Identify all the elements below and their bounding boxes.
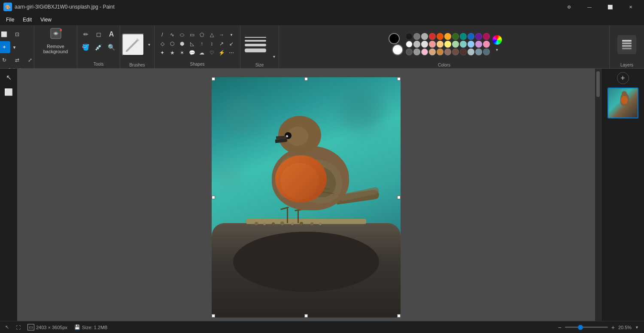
remove-background-button[interactable]: Remove background [39,28,73,53]
handle-mid-left[interactable] [212,196,215,199]
select-all-button[interactable]: ⬜ [0,28,10,40]
maximize-button[interactable]: ⬜ [600,0,620,14]
color-pink2[interactable] [421,48,428,55]
shape-pentagon[interactable]: ⬡ [168,39,176,48]
flip-button[interactable]: ⇄ [11,54,23,66]
close-button[interactable]: ✕ [621,0,641,14]
foreground-color[interactable] [389,33,400,44]
color-dgblue[interactable] [483,48,490,55]
color-white[interactable] [406,41,413,48]
shape-cloud[interactable]: ☁ [197,48,206,57]
color-orange[interactable] [437,33,444,40]
handle-bottom-center[interactable] [304,314,308,318]
color-vdgray[interactable] [406,48,413,55]
zoom-dropdown[interactable]: ▼ [635,325,639,330]
add-layer-button[interactable]: + [617,72,629,84]
color-yellow[interactable] [444,33,451,40]
shape-arrow-diag2[interactable]: ↙ [227,39,236,48]
brush-selector[interactable] [122,33,144,56]
zoom-in-button[interactable]: + [611,324,615,331]
shape-arrow-4[interactable]: ↕ [207,39,216,48]
shape-curve[interactable]: ∿ [168,30,176,39]
menu-edit[interactable]: Edit [18,15,36,24]
color-skin2[interactable] [437,48,444,55]
color-skin[interactable] [429,48,436,55]
color-lgray2[interactable] [421,41,428,48]
shape-star4[interactable]: ✦ [158,48,167,57]
handle-top-left[interactable] [212,77,215,81]
color-purple[interactable] [475,33,482,40]
color-mgray[interactable] [421,33,428,40]
color-wheel-button[interactable] [492,35,502,45]
shape-callout[interactable]: 💬 [188,48,196,57]
shape-right-tri[interactable]: ◺ [188,39,196,48]
fullscreen-status[interactable]: ⛶ [16,325,21,330]
shape-star6[interactable]: ✶ [178,48,186,57]
color-gblue[interactable] [468,48,474,55]
shape-lightning[interactable]: ⚡ [217,48,226,57]
shape-diamond[interactable]: ◇ [158,39,167,48]
shape-star5[interactable]: ★ [168,48,176,57]
color-lyellow[interactable] [444,41,451,48]
color-lred[interactable] [429,41,436,48]
color-red[interactable] [429,33,436,40]
color-dbrown[interactable] [460,48,467,55]
color-lteal[interactable] [460,41,467,48]
color-lpurple[interactable] [475,41,482,48]
zoom-out-button[interactable]: − [558,324,562,331]
rotate-button[interactable]: ↻ [0,54,10,66]
color-black[interactable] [406,33,413,40]
color-picker-tool[interactable]: 💉 [93,41,105,53]
shape-hexagon[interactable]: ⬢ [178,39,186,48]
handle-mid-right[interactable] [397,196,401,199]
brush-dropdown[interactable]: ▼ [146,40,153,49]
size-dropdown[interactable]: ▼ [271,52,277,61]
canvas-area[interactable] [17,69,595,321]
pointer-tool[interactable]: ↖ [2,70,15,84]
color-lpink[interactable] [483,41,490,48]
handle-top-right[interactable] [397,77,401,81]
layers-button[interactable] [617,35,636,54]
color-gray3[interactable] [413,48,420,55]
color-lbrown[interactable] [444,48,451,55]
selection-tool-left[interactable]: ⬜ [2,85,15,99]
shape-dropdown[interactable]: ▼ [227,30,236,39]
fill-tool[interactable]: 🪣 [80,41,92,53]
color-lblue[interactable] [468,41,474,48]
color-lorange[interactable] [437,41,444,48]
color-brown[interactable] [452,48,459,55]
handle-bottom-left[interactable] [212,314,215,318]
magic-select-button[interactable]: ✦ [0,41,10,53]
shape-arrow-up[interactable]: ↑ [197,39,206,48]
color-green[interactable] [452,33,459,40]
pencil-tool[interactable]: ✏ [80,28,92,40]
color-lgreen[interactable] [452,41,459,48]
shape-heart[interactable]: ♡ [207,48,216,57]
color-blue[interactable] [468,33,474,40]
minimize-button[interactable]: — [580,0,599,14]
handle-top-center[interactable] [304,77,308,81]
text-tool[interactable]: A [106,28,118,40]
color-lblue2[interactable] [475,48,482,55]
select-dropdown-button[interactable]: ▼ [11,41,18,53]
color-pink[interactable] [483,33,490,40]
shape-line[interactable]: / [158,30,167,39]
color-dgray[interactable] [413,33,420,40]
shape-arrow-diag[interactable]: ↗ [217,39,226,48]
select-crop-button[interactable]: ⊡ [11,28,23,40]
shape-extra[interactable]: ⋯ [227,48,236,57]
background-color[interactable] [392,44,403,55]
settings-button[interactable]: ⚙ [559,0,579,14]
shape-arrow-right[interactable]: → [217,30,226,39]
shape-rect[interactable]: ▭ [188,30,196,39]
size-selector[interactable] [242,34,269,55]
handle-bottom-right[interactable] [397,314,401,318]
resize-button[interactable]: ⤢ [24,54,36,66]
color-lgray1[interactable] [413,41,420,48]
layer-1-thumbnail[interactable] [608,88,638,118]
vertical-scrollbar[interactable] [595,69,601,321]
shape-oval[interactable]: ⬭ [178,30,186,39]
shape-polygon[interactable]: ⬠ [197,30,206,39]
zoom-slider[interactable] [565,327,608,328]
color-dropdown[interactable]: ▼ [494,46,501,53]
